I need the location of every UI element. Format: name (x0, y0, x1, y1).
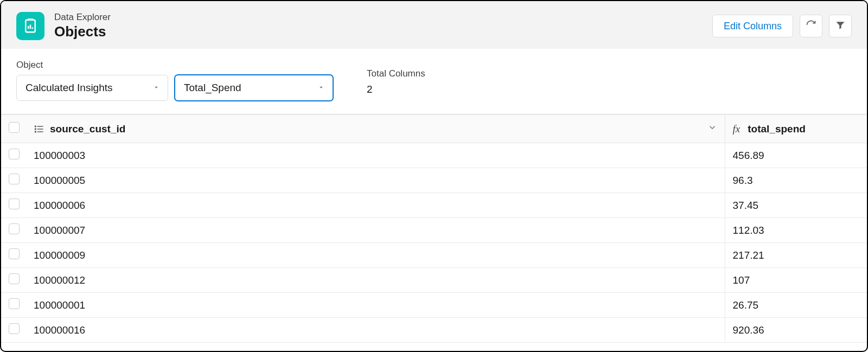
cell-source-cust-id: 100000001 (26, 293, 725, 318)
table-row: 10000000126.75 (1, 293, 867, 318)
row-checkbox-cell (1, 293, 26, 318)
total-columns-value: 2 (367, 84, 425, 101)
cell-source-cust-id: 100000003 (26, 143, 725, 168)
table-row: 100000009217.21 (1, 243, 867, 268)
total-columns-group: Total Columns 2 (367, 68, 425, 101)
app-frame: Data Explorer Objects Edit Columns (0, 0, 868, 352)
row-checkbox-cell (1, 218, 26, 243)
title-block: Data Explorer Objects (54, 12, 111, 40)
select-all-checkbox[interactable] (9, 122, 20, 133)
table-row: 100000012107 (1, 268, 867, 293)
table-row: 100000003456.89 (1, 143, 867, 168)
cell-total-spend: 217.21 (725, 243, 867, 268)
page-header: Data Explorer Objects Edit Columns (1, 1, 867, 49)
row-checkbox-cell (1, 143, 26, 168)
caret-down-icon (152, 82, 160, 94)
list-icon (34, 124, 44, 135)
page-subtitle: Data Explorer (54, 12, 111, 23)
row-checkbox[interactable] (9, 149, 20, 159)
object-name-dropdown[interactable]: Total_Spend (175, 75, 333, 101)
row-checkbox[interactable] (9, 199, 20, 209)
cell-total-spend: 37.45 (725, 193, 867, 218)
data-table: source_cust_id fx total_spend (1, 114, 867, 343)
cell-total-spend: 112.03 (725, 218, 867, 243)
object-type-dropdown[interactable]: Calculated Insights (16, 75, 168, 101)
row-checkbox[interactable] (9, 273, 20, 284)
object-type-value: Calculated Insights (25, 82, 113, 94)
column-spend-label: total_spend (748, 123, 806, 135)
data-table-wrap: source_cust_id fx total_spend (1, 114, 867, 351)
svg-point-6 (35, 131, 36, 132)
cell-source-cust-id: 100000006 (26, 193, 725, 218)
data-explorer-icon (16, 12, 44, 40)
table-row: 10000000637.45 (1, 193, 867, 218)
cell-source-cust-id: 100000016 (26, 318, 725, 343)
chevron-down-icon[interactable] (707, 123, 717, 135)
edit-columns-button[interactable]: Edit Columns (712, 15, 793, 37)
table-row: 100000007112.03 (1, 218, 867, 243)
refresh-button[interactable] (800, 15, 822, 37)
cell-total-spend: 456.89 (725, 143, 867, 168)
row-checkbox[interactable] (9, 323, 20, 334)
header-left: Data Explorer Objects (16, 12, 111, 40)
cell-total-spend: 107 (725, 268, 867, 293)
row-checkbox[interactable] (9, 248, 20, 259)
row-checkbox[interactable] (9, 174, 20, 184)
object-control-group: Object Calculated Insights Total_Spend (16, 60, 333, 101)
cell-total-spend: 26.75 (725, 293, 867, 318)
svg-point-4 (35, 126, 36, 127)
filter-icon (835, 20, 846, 33)
header-checkbox-cell (1, 115, 26, 143)
cell-source-cust-id: 100000012 (26, 268, 725, 293)
cell-total-spend: 920.36 (725, 318, 867, 343)
row-checkbox-cell (1, 268, 26, 293)
cell-source-cust-id: 100000005 (26, 168, 725, 193)
object-label: Object (16, 60, 333, 71)
table-row: 100000016920.36 (1, 318, 867, 343)
row-checkbox[interactable] (9, 298, 20, 309)
object-name-value: Total_Spend (184, 82, 241, 94)
column-id-label: source_cust_id (50, 123, 125, 135)
controls-bar: Object Calculated Insights Total_Spend T… (1, 49, 867, 114)
row-checkbox-cell (1, 193, 26, 218)
caret-down-icon (317, 82, 325, 94)
column-header-source-cust-id[interactable]: source_cust_id (26, 115, 725, 143)
row-checkbox-cell (1, 243, 26, 268)
page-title: Objects (54, 23, 111, 40)
table-row: 10000000596.3 (1, 168, 867, 193)
header-actions: Edit Columns (712, 15, 852, 37)
fx-icon: fx (733, 123, 741, 135)
table-body: 100000003456.8910000000596.310000000637.… (1, 143, 867, 343)
row-checkbox[interactable] (9, 223, 20, 234)
cell-total-spend: 96.3 (725, 168, 867, 193)
row-checkbox-cell (1, 318, 26, 343)
cell-source-cust-id: 100000009 (26, 243, 725, 268)
refresh-icon (806, 20, 816, 33)
total-columns-label: Total Columns (367, 68, 425, 79)
cell-source-cust-id: 100000007 (26, 218, 725, 243)
svg-point-5 (35, 129, 36, 130)
filter-button[interactable] (829, 15, 852, 37)
column-header-total-spend[interactable]: fx total_spend (725, 115, 867, 143)
row-checkbox-cell (1, 168, 26, 193)
